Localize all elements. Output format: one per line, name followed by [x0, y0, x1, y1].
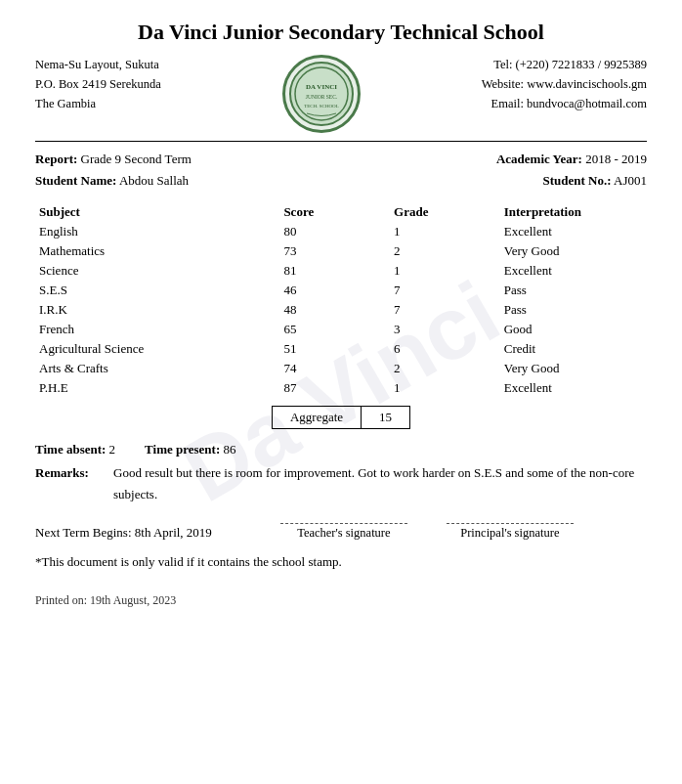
principal-sig-label: Principal's signature	[447, 526, 574, 541]
table-row: English 80 1 Excellent	[35, 222, 647, 241]
grade-cell: 1	[390, 378, 500, 398]
print-date: Printed on: 19th August, 2023	[35, 593, 647, 608]
score-cell: 81	[279, 261, 390, 281]
grades-table: Subject Score Grade Interpretation Engli…	[35, 202, 647, 398]
subject-cell: Arts & Crafts	[35, 359, 279, 378]
tel: Tel: (+220) 7221833 / 9925389	[482, 55, 647, 74]
subject-cell: French	[35, 320, 279, 339]
student-name-block: Student Name: Abdou Sallah	[35, 173, 189, 189]
teacher-sig: Teacher's signature	[280, 523, 407, 541]
teacher-sig-line	[280, 523, 407, 524]
student-name-label: Student Name:	[35, 173, 116, 188]
grade-cell: 3	[390, 320, 500, 339]
grade-cell: 7	[390, 300, 500, 320]
score-cell: 87	[279, 378, 390, 398]
interp-cell: Pass	[500, 300, 647, 320]
score-cell: 74	[279, 359, 390, 378]
school-logo: DA VINCI JUNIOR SEC. TECH. SCHOOL	[282, 55, 361, 133]
email: Email: bundvoca@hotmail.com	[482, 94, 647, 113]
score-cell: 46	[279, 281, 390, 300]
interp-cell: Pass	[500, 281, 647, 300]
time-row: Time absent: 2 Time present: 86	[35, 439, 647, 460]
report-label-value: Report: Grade 9 Second Term	[35, 152, 192, 167]
score-cell: 65	[279, 320, 390, 339]
col-header-subject: Subject	[35, 202, 279, 222]
academic-year: Academic Year: 2018 - 2019	[496, 152, 647, 167]
absent-label: Time absent:	[35, 442, 106, 457]
svg-text:DA VINCI: DA VINCI	[306, 83, 337, 91]
table-row: I.R.K 48 7 Pass	[35, 300, 647, 320]
next-term-value: 8th April, 2019	[135, 525, 212, 540]
principal-sig: Principal's signature	[447, 523, 574, 541]
interp-cell: Excellent	[500, 222, 647, 241]
remarks-label: Remarks:	[35, 462, 113, 505]
address-line3: The Gambia	[35, 94, 161, 113]
interp-cell: Excellent	[500, 261, 647, 281]
teacher-sig-label: Teacher's signature	[280, 526, 407, 541]
aggregate-value: 15	[362, 407, 410, 429]
interp-cell: Very Good	[500, 241, 647, 261]
report-value: Grade 9 Second Term	[81, 152, 192, 166]
grade-cell: 1	[390, 261, 500, 281]
grade-cell: 2	[390, 359, 500, 378]
grade-cell: 2	[390, 241, 500, 261]
table-row: Science 81 1 Excellent	[35, 261, 647, 281]
score-cell: 73	[279, 241, 390, 261]
student-meta: Student Name: Abdou Sallah Student No.: …	[35, 173, 647, 189]
present-block: Time present: 86	[145, 439, 235, 460]
subject-cell: I.R.K	[35, 300, 279, 320]
aggregate-table: Aggregate 15	[272, 406, 410, 429]
academic-year-value: 2018 - 2019	[585, 152, 647, 166]
subject-cell: S.E.S	[35, 281, 279, 300]
table-row: P.H.E 87 1 Excellent	[35, 378, 647, 398]
score-cell: 48	[279, 300, 390, 320]
table-row: Mathematics 73 2 Very Good	[35, 241, 647, 261]
signature-block: Teacher's signature Principal's signatur…	[280, 523, 574, 541]
svg-text:JUNIOR SEC.: JUNIOR SEC.	[306, 94, 338, 100]
report-meta: Report: Grade 9 Second Term Academic Yea…	[35, 152, 647, 167]
grade-cell: 6	[390, 339, 500, 359]
principal-sig-line	[447, 523, 574, 524]
table-row: Agricultural Science 51 6 Credit	[35, 339, 647, 359]
col-header-grade: Grade	[390, 202, 500, 222]
student-no-value: AJ001	[614, 173, 647, 188]
score-cell: 51	[279, 339, 390, 359]
subject-cell: English	[35, 222, 279, 241]
table-row: Arts & Crafts 74 2 Very Good	[35, 359, 647, 378]
validity-note: *This document is only valid if it conta…	[35, 554, 647, 570]
address-block: Nema-Su Layout, Sukuta P.O. Box 2419 Ser…	[35, 55, 161, 113]
score-cell: 80	[279, 222, 390, 241]
subject-cell: Mathematics	[35, 241, 279, 261]
bottom-section: Time absent: 2 Time present: 86 Remarks:…	[35, 439, 647, 505]
absent-value: 2	[109, 442, 116, 457]
subject-cell: Science	[35, 261, 279, 281]
grade-cell: 7	[390, 281, 500, 300]
present-label: Time present:	[145, 442, 220, 457]
divider-top	[35, 141, 647, 142]
interp-cell: Good	[500, 320, 647, 339]
absent-block: Time absent: 2	[35, 439, 115, 460]
grade-cell: 1	[390, 222, 500, 241]
report-label: Report:	[35, 152, 77, 166]
student-name-value: Abdou Sallah	[119, 173, 189, 188]
website: Website: www.davincischools.gm	[482, 74, 647, 94]
subject-cell: Agricultural Science	[35, 339, 279, 359]
address-line2: P.O. Box 2419 Serekunda	[35, 74, 161, 94]
student-no-label: Student No.:	[542, 173, 611, 188]
interp-cell: Very Good	[500, 359, 647, 378]
svg-text:TECH. SCHOOL: TECH. SCHOOL	[304, 104, 339, 109]
next-term-label: Next Term Begins: 8th April, 2019	[35, 525, 212, 541]
col-header-score: Score	[279, 202, 390, 222]
logo-area: DA VINCI JUNIOR SEC. TECH. SCHOOL	[282, 55, 361, 133]
address-line1: Nema-Su Layout, Sukuta	[35, 55, 161, 74]
academic-year-label: Academic Year:	[496, 152, 582, 166]
interp-cell: Excellent	[500, 378, 647, 398]
remarks-row: Remarks: Good result but there is room f…	[35, 462, 647, 505]
table-row: S.E.S 46 7 Pass	[35, 281, 647, 300]
table-row: French 65 3 Good	[35, 320, 647, 339]
school-name: Da Vinci Junior Secondary Technical Scho…	[35, 20, 647, 45]
aggregate-row: Aggregate 15	[35, 406, 647, 429]
interp-cell: Credit	[500, 339, 647, 359]
remarks-text: Good result but there is room for improv…	[113, 462, 647, 505]
col-header-interp: Interpretation	[500, 202, 647, 222]
